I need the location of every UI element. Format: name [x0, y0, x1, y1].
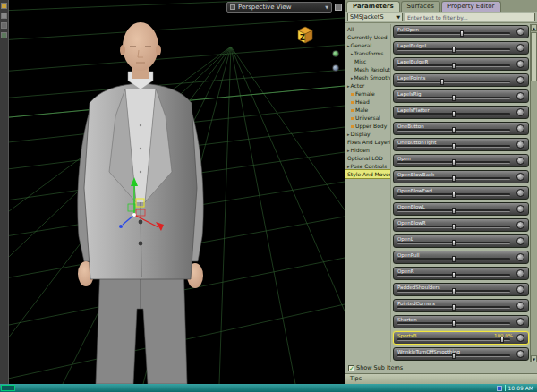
scroll-down-icon[interactable]: ▼	[531, 355, 537, 362]
param-slider-handle[interactable]	[452, 353, 456, 359]
param-slider-track[interactable]	[397, 274, 510, 277]
view-selector-bar[interactable]: Perspective View ▼	[226, 2, 332, 13]
scrollbar-thumb[interactable]	[531, 32, 537, 81]
param-slider-handle[interactable]	[452, 95, 456, 101]
cube-tool-icon[interactable]	[1, 3, 7, 9]
param-dial-icon[interactable]	[516, 269, 524, 277]
param-dial-icon[interactable]	[516, 173, 524, 181]
param-slider-handle[interactable]	[452, 304, 456, 311]
nav-item-female[interactable]: Female	[345, 89, 390, 98]
param-slider-track[interactable]	[397, 290, 510, 293]
viewport-3d[interactable]: Perspective View ▼ Z	[0, 0, 345, 384]
param-slider-handle[interactable]	[452, 192, 456, 198]
param-slider-track[interactable]	[397, 242, 510, 244]
param-dial-icon[interactable]	[516, 205, 524, 213]
nav-item-upper-body[interactable]: Upper Body	[345, 122, 390, 130]
scroll-up-icon[interactable]: ▲	[531, 24, 537, 31]
show-sub-items-checkbox[interactable]: ✓	[348, 365, 354, 371]
param-slider-track[interactable]	[397, 81, 510, 83]
param-slider-handle[interactable]	[452, 256, 456, 262]
viewport-options-cube-icon[interactable]	[335, 4, 342, 11]
nav-item-display[interactable]: ▸Display	[345, 130, 390, 138]
param-dial-icon[interactable]	[516, 92, 524, 100]
param-slider-track[interactable]	[397, 338, 510, 341]
view-dropdown-arrow-icon[interactable]: ▼	[325, 4, 328, 10]
nav-item-pose-controls[interactable]: ▸Pose Controls	[345, 162, 390, 170]
param-slider-handle[interactable]	[452, 320, 456, 327]
expand-arrow-icon[interactable]: ▸	[347, 132, 350, 137]
nav-item-transforms[interactable]: ▸Transforms	[345, 49, 390, 57]
param-slider-handle[interactable]	[452, 224, 456, 230]
param-slider-handle[interactable]	[460, 30, 464, 37]
param-slider-handle[interactable]	[452, 240, 456, 246]
node-tool-icon[interactable]	[1, 32, 7, 38]
nav-item-mesh-resolution[interactable]: Mesh Resolution	[345, 65, 390, 73]
param-dial-icon[interactable]	[516, 44, 524, 52]
expand-arrow-icon[interactable]: ▸	[347, 164, 350, 169]
param-slider-handle[interactable]	[452, 63, 456, 69]
nav-item-misc[interactable]: Misc	[345, 57, 390, 65]
sphere-gadget-icon[interactable]	[332, 50, 339, 57]
param-slider-handle[interactable]	[452, 159, 456, 166]
param-dial-icon[interactable]	[516, 285, 524, 294]
param-dial-icon[interactable]	[516, 318, 524, 326]
expand-arrow-icon[interactable]: ▸	[351, 75, 354, 81]
param-slider-handle[interactable]	[452, 272, 456, 278]
param-dial-icon[interactable]	[516, 350, 524, 358]
param-dial-icon[interactable]	[516, 253, 524, 261]
param-slider-track[interactable]	[397, 48, 510, 51]
param-dial-icon[interactable]	[516, 108, 524, 116]
param-slider-track[interactable]	[397, 226, 510, 228]
expand-arrow-icon[interactable]: ▸	[347, 83, 350, 89]
nav-item-fixes-and-layering[interactable]: Fixes And Layering	[345, 138, 390, 146]
param-dial-icon[interactable]	[516, 334, 524, 342]
nav-item-head[interactable]: Head	[345, 98, 390, 106]
tips-bar[interactable]: Tips	[345, 373, 537, 384]
param-slider-handle[interactable]	[452, 127, 456, 133]
param-slider-handle[interactable]	[500, 337, 504, 343]
param-dial-icon[interactable]	[516, 157, 524, 165]
param-slider-handle[interactable]	[452, 288, 456, 294]
nav-item-all[interactable]: All	[345, 25, 390, 33]
nav-item-optional-lod[interactable]: Optional LOD	[345, 154, 390, 162]
expand-arrow-icon[interactable]: ▸	[347, 43, 350, 48]
tab-surfaces[interactable]: Surfaces	[401, 1, 440, 12]
camera-tool-icon[interactable]	[1, 22, 7, 29]
param-dial-icon[interactable]	[516, 189, 524, 197]
nav-item-hidden[interactable]: ▸Hidden	[345, 146, 390, 154]
taskbar-tray-icon[interactable]	[497, 386, 502, 391]
translation-gizmo[interactable]	[0, 0, 345, 384]
param-dial-icon[interactable]	[516, 237, 524, 245]
param-slider-track[interactable]	[397, 209, 510, 212]
param-dial-icon[interactable]	[516, 60, 524, 68]
nav-item-mesh-smoothing[interactable]: ▸Mesh Smoothing	[345, 73, 390, 81]
param-slider-handle[interactable]	[452, 111, 456, 117]
param-slider-track[interactable]	[397, 129, 510, 132]
tab-parameters[interactable]: Parameters	[346, 1, 400, 12]
taskbar-start-button[interactable]	[1, 385, 15, 391]
param-dial-icon[interactable]	[516, 141, 524, 149]
nav-item-actor[interactable]: ▸Actor	[345, 81, 390, 89]
nav-item-male[interactable]: Male	[345, 106, 390, 114]
param-slider-track[interactable]	[397, 32, 510, 35]
nav-item-universal[interactable]: Universal	[345, 114, 390, 122]
param-slider-track[interactable]	[397, 193, 510, 196]
nav-item-general[interactable]: ▸General	[345, 41, 390, 49]
filter-input[interactable]	[405, 13, 535, 21]
parameter-scrollbar[interactable]: ▲ ▼	[530, 24, 537, 362]
param-slider-track[interactable]	[397, 177, 510, 180]
param-slider-track[interactable]	[397, 64, 510, 67]
param-slider-track[interactable]	[397, 354, 510, 357]
taskbar-clock[interactable]: 10:09 AM	[508, 385, 533, 391]
param-slider-handle[interactable]	[452, 47, 456, 53]
param-slider-handle[interactable]	[452, 175, 456, 182]
param-slider-track[interactable]	[397, 258, 510, 260]
param-dial-icon[interactable]	[516, 76, 524, 84]
light-tool-icon[interactable]	[1, 13, 7, 19]
axis-cube-widget[interactable]: Z	[294, 23, 317, 47]
param-slider-track[interactable]	[397, 113, 510, 115]
param-dial-icon[interactable]	[516, 124, 524, 132]
tab-property-editor[interactable]: Property Editor	[441, 1, 501, 12]
figure-dropdown[interactable]: SMSJacketS ▼	[347, 13, 403, 21]
param-slider-handle[interactable]	[440, 79, 444, 85]
